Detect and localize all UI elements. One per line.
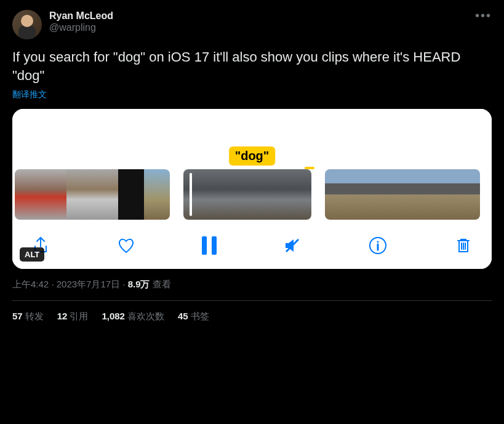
- media-control-bar: [12, 223, 492, 269]
- tweet-header: Ryan McLeod @warpling: [12, 10, 492, 39]
- author-block[interactable]: Ryan McLeod @warpling: [49, 10, 113, 33]
- more-icon[interactable]: •••: [475, 9, 492, 23]
- video-thumbnail: [391, 169, 414, 220]
- video-thumbnail: [414, 169, 436, 220]
- pause-icon[interactable]: [202, 236, 217, 255]
- tweet-meta: 上午4:42 · 2023年7月17日 · 8.9万 查看: [12, 279, 492, 290]
- trash-icon[interactable]: [454, 236, 473, 255]
- handle: @warpling: [49, 22, 113, 33]
- caption-badge: "dog": [229, 146, 276, 166]
- tweet: Ryan McLeod @warpling ••• If you search …: [0, 0, 504, 332]
- bookmarks-label: 书签: [191, 311, 209, 321]
- quotes-label: 引用: [70, 311, 88, 321]
- translate-link[interactable]: 翻译推文: [12, 89, 47, 100]
- video-thumbnail: [66, 169, 92, 220]
- tweet-text: If you search for "dog" on iOS 17 it'll …: [12, 48, 492, 84]
- views-label: 查看: [153, 279, 171, 289]
- alt-badge[interactable]: ALT: [20, 247, 44, 262]
- retweets-stat[interactable]: 57转发: [12, 311, 44, 322]
- video-thumbnail: [458, 169, 480, 220]
- quotes-count: 12: [57, 311, 68, 321]
- tweet-time[interactable]: 上午4:42: [12, 279, 49, 289]
- info-icon[interactable]: [368, 236, 388, 255]
- video-thumbnail: [325, 169, 347, 220]
- likes-stat[interactable]: 1,082喜欢次数: [102, 311, 164, 322]
- avatar[interactable]: [12, 10, 42, 39]
- clip-group[interactable]: [325, 169, 480, 220]
- tweet-date[interactable]: 2023年7月17日: [57, 279, 120, 289]
- video-thumbnail: [15, 169, 41, 220]
- heart-icon[interactable]: [116, 236, 136, 255]
- video-thumbnail: [92, 169, 118, 220]
- likes-label: 喜欢次数: [127, 311, 164, 321]
- video-thumbnail: [183, 169, 215, 220]
- tweet-stats: 57转发 12引用 1,082喜欢次数 45书签: [12, 301, 492, 322]
- display-name: Ryan McLeod: [49, 10, 113, 22]
- media-preview-header: "dog": [12, 109, 492, 166]
- video-thumbnail: [369, 169, 391, 220]
- clip-group[interactable]: [183, 169, 311, 220]
- video-thumbnail: [436, 169, 458, 220]
- video-thumbnail: [279, 169, 311, 220]
- retweets-count: 57: [12, 311, 23, 321]
- views-count: 8.9万: [128, 279, 150, 289]
- video-thumbnail: [118, 169, 144, 220]
- likes-count: 1,082: [102, 311, 125, 321]
- media-attachment[interactable]: "dog": [12, 109, 492, 269]
- video-thumbnail-strip: [12, 166, 492, 223]
- clip-group[interactable]: [15, 169, 170, 220]
- quotes-stat[interactable]: 12引用: [57, 311, 89, 322]
- video-thumbnail: [347, 169, 369, 220]
- video-thumbnail: [215, 169, 247, 220]
- retweets-label: 转发: [25, 311, 44, 321]
- mute-icon[interactable]: [282, 236, 302, 255]
- video-thumbnail: [247, 169, 279, 220]
- video-thumbnail: [144, 169, 170, 220]
- video-thumbnail: [41, 169, 66, 220]
- bookmarks-stat[interactable]: 45书签: [178, 311, 209, 322]
- svg-point-2: [377, 241, 379, 243]
- bookmarks-count: 45: [178, 311, 188, 321]
